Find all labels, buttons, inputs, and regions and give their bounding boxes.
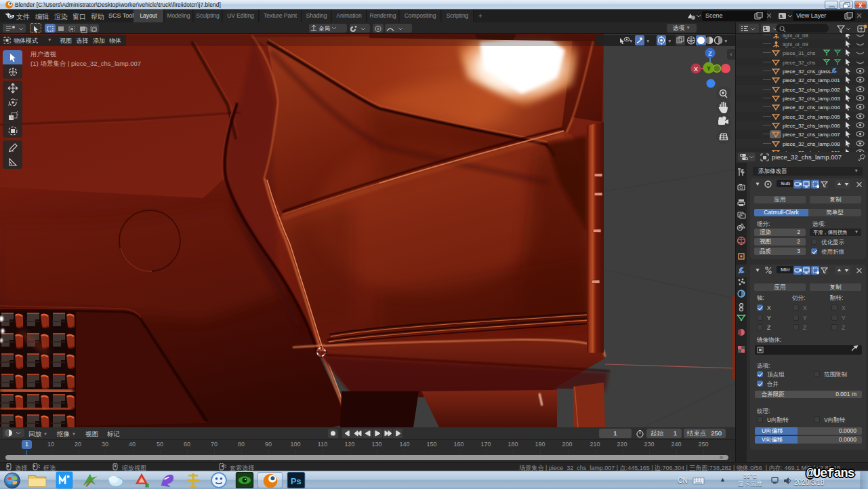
svg-text:Y: Y xyxy=(707,65,711,72)
svg-text:Ps: Ps xyxy=(290,477,300,486)
svg-text:X: X xyxy=(694,66,698,73)
svg-text:Z: Z xyxy=(708,50,712,57)
